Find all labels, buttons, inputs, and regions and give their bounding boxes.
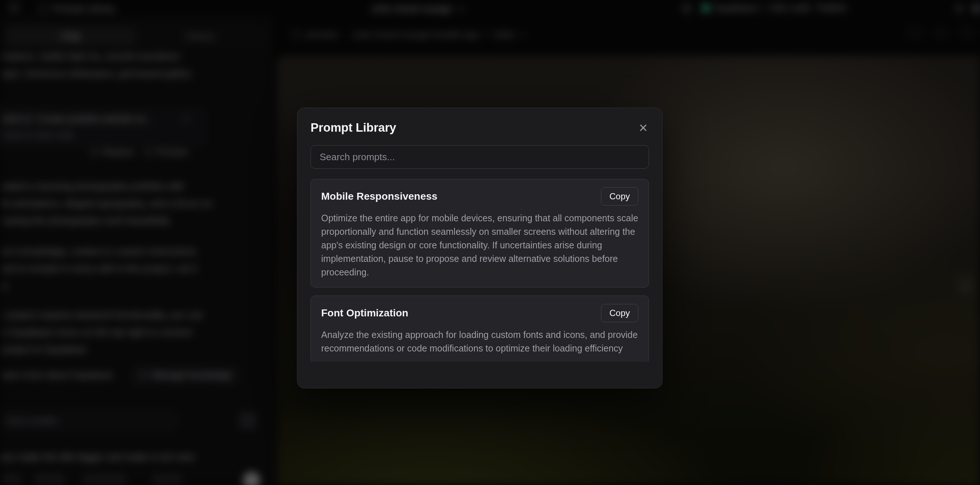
prompt-card-header: Font Optimization Copy [321,304,638,322]
prompt-library-modal: Prompt Library × Mobile Responsiveness C… [297,108,662,388]
prompt-title: Font Optimization [321,307,408,319]
prompt-list: Mobile Responsiveness Copy Optimize the … [310,179,649,362]
prompt-card[interactable]: Mobile Responsiveness Copy Optimize the … [310,179,649,287]
copy-button[interactable]: Copy [601,187,638,206]
modal-title: Prompt Library [310,121,396,135]
copy-button[interactable]: Copy [601,304,638,322]
prompt-body: Analyze the existing approach for loadin… [321,328,638,355]
search-wrap [298,145,662,169]
prompt-title: Mobile Responsiveness [321,190,437,202]
search-input[interactable] [310,145,649,169]
close-button[interactable]: × [638,120,649,135]
prompt-card[interactable]: Font Optimization Copy Analyze the exist… [310,296,649,362]
modal-header: Prompt Library × [298,108,662,145]
prompt-card-header: Mobile Responsiveness Copy [321,187,638,206]
prompt-body: Optimize the entire app for mobile devic… [321,211,638,279]
app-root: Prompt Library urdu-visual-voyage Supaba… [0,0,980,485]
